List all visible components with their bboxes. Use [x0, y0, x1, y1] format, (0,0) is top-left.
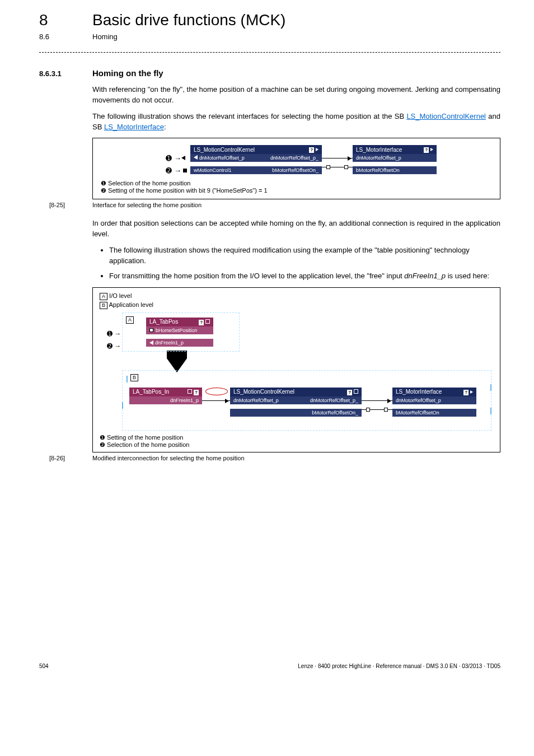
port-label: dnMotorRefOffset_p [233, 398, 279, 403]
port-row: dnFreeIn1_p [146, 339, 213, 347]
body-paragraph: The following illustration shows the rel… [92, 111, 500, 133]
block-title: LS_MotorInterface [396, 389, 442, 395]
chapter-title: Basic drive functions (MCK) [92, 11, 285, 29]
body-paragraph: In order that position selections can be… [92, 218, 500, 240]
block-mck-header: LS_MotionControlKernel ? [230, 388, 362, 396]
level-label: A I/O level [100, 292, 493, 300]
page-number: 504 [39, 663, 49, 669]
body-paragraph: With referencing "on the fly", the home … [92, 85, 500, 106]
divider [39, 52, 500, 53]
figure-frame: ➊ → ➋ → LS_MotionControlKernel ? dnMotor… [92, 138, 500, 199]
text-fragment: is used here: [446, 272, 489, 280]
block-title: LS_MotionControlKernel [233, 389, 294, 395]
bullet-item: The following illustration shows the req… [109, 245, 500, 267]
figure-note: ❷ Setting of the home position with bit … [101, 187, 492, 194]
level-a-text: I/O level [109, 292, 132, 299]
link-ls-mck[interactable]: LS_MotionControlKernel [406, 112, 486, 120]
figure-caption-text: Interface for selecting the home positio… [92, 202, 202, 208]
port-label: dnMotorRefOffset_p_ [310, 398, 358, 403]
level-b-text: Application level [109, 301, 153, 308]
letter-box-b: B [130, 374, 138, 381]
letter-box-a: A [126, 316, 134, 324]
port-label: dnMotorRefOffset_p [199, 155, 245, 161]
port-label: bMotorRefOffsetOn_ [272, 167, 318, 173]
block-title: LA_TabPos [149, 319, 178, 325]
port-label: bMotorRefOffsetOn_ [312, 410, 358, 416]
bullet-item: For transmitting the home position from … [109, 271, 500, 282]
text-fragment: For transmitting the home position from … [109, 272, 404, 280]
link-ls-mi[interactable]: LS_MotorInterface [104, 123, 164, 131]
subsection-title: Homing on the fly [92, 68, 163, 78]
port-label: dnFreeIn1_p [155, 340, 184, 346]
marker-one: ➊ → [166, 154, 181, 162]
block-title: LS_MotionControlKernel [194, 147, 255, 153]
level-label: B Application level [100, 301, 493, 309]
port-label: bHomeSetPosition [156, 328, 198, 333]
block-tabpos-header: LA_TabPos ? [146, 318, 213, 326]
section-title: Homing [92, 32, 118, 41]
play-icon [430, 148, 433, 151]
letter-box-b: B [100, 302, 107, 309]
play-icon [470, 390, 473, 394]
block-tabpos-in-header: LA_TabPos_In ? [129, 388, 202, 396]
highlight-oval [205, 388, 228, 395]
port-row: dnFreeIn1_p [129, 396, 202, 404]
marker-two: ➋ → [166, 166, 181, 175]
figure-note: ❶ Setting of the home position [100, 434, 493, 441]
text-fragment: : [164, 123, 166, 131]
port-label: dnFreeIn1_p [170, 398, 199, 403]
block-title: LA_TabPos_In [133, 389, 169, 395]
port-row: bHomeSetPosition [146, 326, 213, 334]
figure-caption-tag: [8-25] [39, 202, 92, 208]
play-icon [316, 148, 318, 151]
figure-note: ❷ Selection of the home position [100, 441, 493, 449]
subsection-number: 8.6.3.1 [39, 69, 92, 78]
letter-box-a: A [100, 293, 107, 300]
port-label: dnMotorRefOffset_p_ [270, 155, 318, 161]
block-title: LS_MotorInterface [356, 147, 402, 153]
section-number: 8.6 [39, 32, 92, 41]
footer-info: Lenze · 8400 protec HighLine · Reference… [298, 663, 500, 669]
port-label: wMotionControl1 [194, 167, 232, 173]
port-label: bMotorRefOffsetOn [356, 167, 400, 173]
figure-frame: A I/O level B Application level A LA_Tab… [92, 287, 500, 452]
figure-note: ❶ Selection of the home position [101, 180, 492, 187]
block-mck-header: LS_MotionControlKernel ? [190, 145, 322, 154]
figure-caption-tag: [8-26] [39, 455, 92, 461]
marker-two: ➋ → [107, 342, 121, 350]
figure-caption-text: Modified interconnection for selecting t… [92, 455, 245, 461]
block-mi-header: LS_MotorInterface ? [353, 145, 437, 154]
text-italic: dnFreeIn1_p [404, 272, 446, 280]
chapter-number: 8 [39, 11, 92, 29]
text-fragment: The following illustration shows the rel… [92, 112, 406, 120]
block-mi-header: LS_MotorInterface ? [392, 388, 476, 396]
port-label: bMotorRefOffsetOn [396, 410, 439, 416]
marker-one: ➊ → [107, 330, 121, 338]
port-label: dnMotorRefOffset_p [356, 155, 401, 161]
port-label: dnMotorRefOffset_p [396, 398, 441, 403]
